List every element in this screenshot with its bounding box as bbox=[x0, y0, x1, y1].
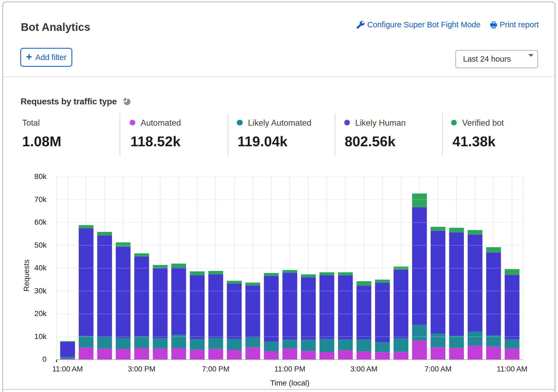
svg-text:70k: 70k bbox=[34, 195, 47, 204]
svg-text:0: 0 bbox=[42, 355, 47, 363]
svg-text:50k: 50k bbox=[34, 241, 47, 249]
svg-text:11:00 PM: 11:00 PM bbox=[274, 365, 305, 373]
svg-text:30k: 30k bbox=[34, 287, 47, 295]
svg-text:11:00 AM: 11:00 AM bbox=[497, 365, 527, 373]
svg-text:Requests: Requests bbox=[22, 260, 31, 291]
svg-text:3:00 AM: 3:00 AM bbox=[350, 365, 378, 373]
svg-text:3:00 PM: 3:00 PM bbox=[128, 365, 155, 373]
svg-text:7:00 AM: 7:00 AM bbox=[425, 365, 452, 373]
svg-text:80k: 80k bbox=[34, 172, 47, 181]
svg-text:60k: 60k bbox=[34, 218, 47, 226]
svg-text:40k: 40k bbox=[34, 264, 47, 272]
svg-text:20k: 20k bbox=[34, 309, 47, 318]
svg-text:10k: 10k bbox=[34, 332, 47, 341]
svg-text:7:00 PM: 7:00 PM bbox=[202, 365, 229, 373]
svg-text:11:00 AM: 11:00 AM bbox=[52, 365, 83, 373]
svg-text:Time (local): Time (local) bbox=[270, 379, 309, 387]
